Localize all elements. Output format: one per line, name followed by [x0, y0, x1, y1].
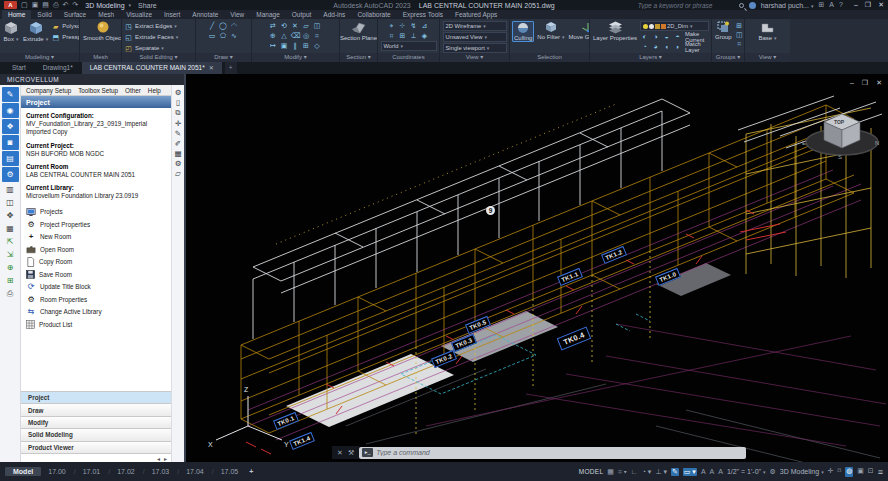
groups-tool-icon[interactable]: ⌗	[735, 39, 744, 48]
extrude-button[interactable]: Extrude	[22, 21, 49, 42]
status-icon[interactable]: ▭ ▾	[683, 468, 697, 476]
palette-tool-icon[interactable]: ▥	[2, 183, 19, 196]
scroll-right-icon[interactable]: ▸	[164, 455, 167, 462]
layer-tool-icon[interactable]: ◐	[640, 32, 649, 41]
new-room-button[interactable]: + New Room	[26, 231, 171, 244]
palette-menu-item[interactable]: Toolbox Setup	[78, 87, 118, 94]
palette-menu-item[interactable]: Company Setup	[26, 87, 71, 94]
ucs-world-dropdown[interactable]: World	[381, 41, 437, 51]
settings-gear-icon[interactable]: ⚙	[770, 468, 776, 476]
layer-dropdown[interactable]: 2D_Dim	[640, 21, 709, 31]
user-avatar-icon[interactable]	[749, 2, 756, 9]
accordion-product-viewer[interactable]: Product Viewer	[21, 441, 171, 453]
draw-tool-icon[interactable]: ◠	[230, 21, 239, 30]
extrude-faces-button[interactable]: ◱Extrude Faces	[124, 32, 178, 42]
ribbon-tab[interactable]: Solid	[31, 10, 57, 19]
layout-tab[interactable]: 17.00	[44, 467, 70, 476]
palette-menu-item[interactable]: Help	[148, 87, 161, 94]
view-panel-label[interactable]: View ▾	[440, 53, 509, 62]
extract-edges-button[interactable]: ◳Extract Edges	[124, 21, 177, 31]
layout-tab[interactable]: 17.05	[208, 467, 242, 476]
groups-tool-icon[interactable]: ◫	[735, 30, 744, 39]
section-panel-label[interactable]: Section ▾	[340, 53, 377, 62]
status-icon[interactable]: ✎	[671, 468, 679, 476]
window-control[interactable]: –	[850, 79, 854, 87]
ribbon-tab[interactable]: Home	[2, 10, 31, 19]
coordinates-tool-icon[interactable]: ⌗	[387, 31, 396, 40]
modeling-panel-label[interactable]: Modeling ▾	[0, 53, 79, 62]
close-command-icon[interactable]: ✕	[337, 449, 343, 457]
layout-tab[interactable]: 17.01	[70, 467, 104, 476]
palette-tool-icon[interactable]: ✎	[172, 129, 184, 138]
project-properties-button[interactable]: ⚙ Project Properties	[26, 218, 171, 231]
palette-tool-icon[interactable]: ▦	[172, 149, 184, 158]
ribbon-tab[interactable]: Collaborate	[351, 10, 396, 19]
ribbon-tab[interactable]: Output	[286, 10, 318, 19]
layer-tool-icon[interactable]: ◑	[651, 32, 660, 41]
ribbon-tab[interactable]: Mesh	[92, 10, 120, 19]
modify-tool-icon[interactable]: ◫	[313, 21, 322, 30]
status-icon[interactable]: ◔ ▾	[642, 468, 652, 476]
coordinates-tool-icon[interactable]: ⟂	[409, 31, 418, 40]
window-control[interactable]: ❐	[862, 79, 868, 87]
status-icon[interactable]: ⊡	[868, 467, 874, 477]
new-drawing-tab-button[interactable]: +	[225, 62, 237, 74]
selection-panel-label[interactable]: Selection	[510, 53, 589, 62]
draw-tool-icon[interactable]: ⬠	[219, 31, 228, 40]
status-icon[interactable]: ✛	[828, 467, 834, 477]
presspull-button[interactable]: ⬒Presspull	[51, 32, 79, 42]
named-view-dropdown[interactable]: Unsaved View	[443, 32, 507, 42]
layer-tool-icon[interactable]: ◗	[673, 42, 682, 51]
palette-tool-icon[interactable]: ⚙	[2, 167, 19, 182]
coordinates-tool-icon[interactable]: ↯	[409, 21, 418, 30]
status-icon[interactable]: ⊥ ▾	[655, 468, 667, 476]
group-button[interactable]: Group	[714, 21, 733, 40]
share-button[interactable]: Share	[138, 2, 157, 9]
solid-editing-panel-label[interactable]: Solid Editing ▾	[122, 53, 195, 62]
layer-tool-icon[interactable]: ◖	[662, 42, 671, 51]
layers-panel-label[interactable]: Layers ▾	[590, 53, 711, 62]
modify-tool-icon[interactable]: ⟲	[280, 21, 289, 30]
culling-button[interactable]: Culling	[512, 21, 534, 42]
palette-tool-icon[interactable]: ▦	[2, 222, 19, 235]
new-layout-button[interactable]: +	[245, 468, 257, 475]
accordion-project[interactable]: Project	[21, 391, 171, 403]
drawing-canvas[interactable]: Z X Y TK0.1 TK1.4 TK0.2 TK0.3 TK0.5 TK0.…	[186, 74, 888, 462]
draw-panel-label[interactable]: Draw ▾	[196, 53, 251, 62]
coordinates-panel-label[interactable]: Coordinates	[378, 53, 439, 62]
visual-style-dropdown[interactable]: 2D Wireframe	[443, 21, 507, 31]
window-control[interactable]: ✕	[876, 79, 882, 87]
draw-tool-icon[interactable]: ▭	[208, 31, 217, 40]
status-icon[interactable]: A	[718, 468, 723, 476]
qat-icon[interactable]: ▢	[21, 0, 28, 10]
workspace-switcher[interactable]: 3D Modeling	[82, 2, 134, 9]
status-icon[interactable]: ⌑	[838, 467, 842, 477]
product-list-button[interactable]: Product List	[26, 318, 171, 331]
update-title-block-button[interactable]: ⟳ Update Title Block	[26, 281, 171, 294]
box-button[interactable]: Box	[2, 21, 20, 42]
ribbon-tab[interactable]: Visualize	[120, 10, 158, 19]
status-icon[interactable]: ◍	[845, 467, 853, 477]
qat-icon[interactable]: ⎙	[53, 0, 59, 10]
palette-tool-icon[interactable]: ⇲	[2, 248, 19, 261]
layout-tab[interactable]: 17.03	[139, 467, 173, 476]
open-room-button[interactable]: Open Room	[26, 243, 171, 256]
modify-tool-icon[interactable]: ⊕	[269, 31, 278, 40]
palette-tool-icon[interactable]: ⎙	[2, 287, 19, 300]
separate-button[interactable]: ◰Separate	[124, 43, 164, 53]
ribbon-tab[interactable]: View	[224, 10, 250, 19]
no-filter-button[interactable]: No Filter	[536, 21, 565, 40]
titlebar-icon[interactable]: ?	[839, 1, 843, 9]
ribbon-tab[interactable]: Manage	[250, 10, 286, 19]
modify-tool-icon[interactable]: ∥	[291, 41, 300, 50]
coordinates-tool-icon[interactable]: ⊹	[398, 21, 407, 30]
status-icon[interactable]: ⌗ ▾	[618, 468, 627, 476]
room-properties-button[interactable]: ⚙ Room Properties	[26, 293, 171, 306]
command-prompt-icon[interactable]: ▸_	[362, 448, 373, 457]
polysolid-button[interactable]: ▰Polysolid	[51, 21, 79, 31]
ribbon-tab[interactable]: Insert	[158, 10, 186, 19]
status-icon[interactable]: A	[701, 468, 706, 476]
search-input[interactable]	[638, 1, 734, 9]
scroll-left-icon[interactable]: ◂	[157, 455, 160, 462]
modify-tool-icon[interactable]: ↦	[269, 41, 278, 50]
